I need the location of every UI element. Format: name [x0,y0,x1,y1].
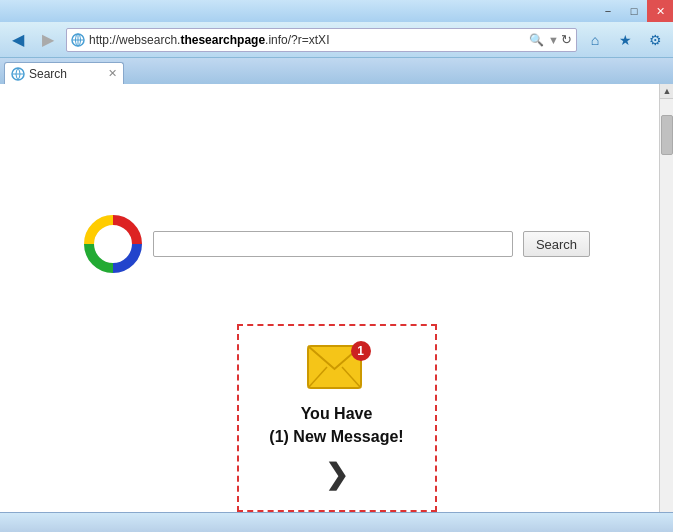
back-button[interactable]: ◀ [4,27,32,53]
popup-arrow-button[interactable]: ❯ [319,458,355,491]
search-section: Search [83,214,590,274]
settings-button[interactable]: ⚙ [641,27,669,53]
page-content: Search 1 You Have (1) New Message! [0,84,673,512]
popup-message-text: You Have (1) New Message! [269,403,403,448]
browser-window: − □ ✕ ◀ ▶ http://websearch.thesearchpage… [0,0,673,532]
maximize-button[interactable]: □ [621,0,647,22]
address-text: http://websearch.thesearchpage.info/?r=x… [89,33,527,47]
tab-favicon [11,67,25,81]
search-input[interactable] [153,231,513,257]
scrollbar-thumb[interactable] [661,115,673,155]
site-logo [83,214,143,274]
tab-close-button[interactable]: ✕ [108,67,117,80]
title-bar-buttons: − □ ✕ [595,0,673,22]
address-search-icon: 🔍 [529,33,544,47]
search-button[interactable]: Search [523,231,590,257]
status-bar [0,512,673,532]
address-bar[interactable]: http://websearch.thesearchpage.info/?r=x… [66,28,577,52]
forward-button[interactable]: ▶ [34,27,62,53]
active-tab[interactable]: Search ✕ [4,62,124,84]
popup-notification-box[interactable]: 1 You Have (1) New Message! ❯ [237,324,437,512]
home-icon: ⌂ [591,32,599,48]
envelope-container: 1 [307,345,367,393]
notification-badge: 1 [351,341,371,361]
forward-icon: ▶ [42,30,54,49]
nav-right-icons: ⌂ ★ ⚙ [581,27,669,53]
vertical-scrollbar[interactable]: ▲ [659,84,673,512]
nav-bar: ◀ ▶ http://websearch.thesearchpage.info/… [0,22,673,58]
scrollbar-up-arrow[interactable]: ▲ [660,84,673,99]
title-bar: − □ ✕ [0,0,673,22]
close-button[interactable]: ✕ [647,0,673,22]
gear-icon: ⚙ [649,32,662,48]
tab-label: Search [29,67,104,81]
back-icon: ◀ [12,30,24,49]
refresh-button[interactable]: ↻ [561,32,572,47]
svg-point-7 [99,230,127,258]
address-globe-icon [71,33,85,47]
minimize-button[interactable]: − [595,0,621,22]
home-button[interactable]: ⌂ [581,27,609,53]
favorites-button[interactable]: ★ [611,27,639,53]
address-dropdown-icon: ▼ [548,34,559,46]
popup-line1: You Have [269,403,403,425]
tab-bar: Search ✕ [0,58,673,84]
popup-line2: (1) New Message! [269,426,403,448]
star-icon: ★ [619,32,632,48]
browser-content: Search 1 You Have (1) New Message! [0,84,673,512]
